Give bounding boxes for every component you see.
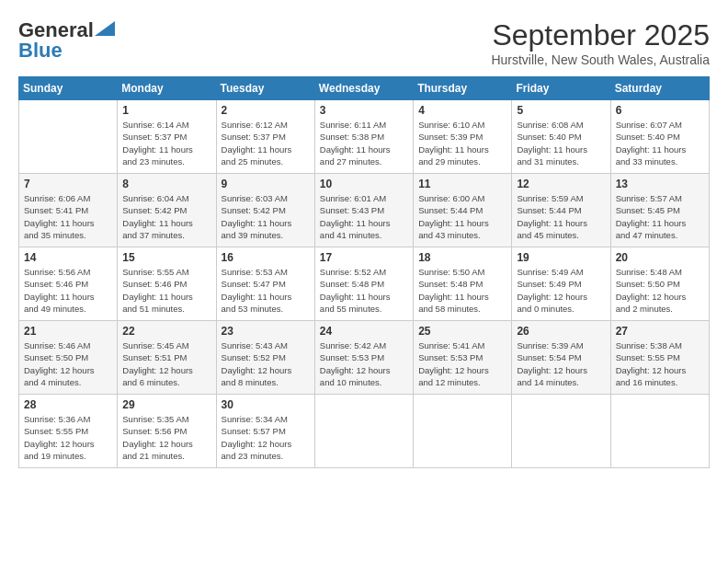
day-info: Sunrise: 5:39 AMSunset: 5:54 PMDaylight:… bbox=[517, 339, 605, 388]
day-number: 27 bbox=[616, 325, 704, 338]
calendar-cell: 24Sunrise: 5:42 AMSunset: 5:53 PMDayligh… bbox=[314, 321, 413, 395]
day-number: 25 bbox=[418, 325, 506, 338]
calendar-cell: 19Sunrise: 5:49 AMSunset: 5:49 PMDayligh… bbox=[512, 247, 610, 321]
calendar-week-5: 28Sunrise: 5:36 AMSunset: 5:55 PMDayligh… bbox=[19, 395, 710, 468]
calendar-cell: 17Sunrise: 5:52 AMSunset: 5:48 PMDayligh… bbox=[314, 247, 413, 321]
day-number: 29 bbox=[122, 398, 210, 411]
calendar-cell: 1Sunrise: 6:14 AMSunset: 5:37 PMDaylight… bbox=[118, 100, 216, 174]
calendar-cell: 6Sunrise: 6:07 AMSunset: 5:40 PMDaylight… bbox=[610, 100, 709, 174]
day-number: 14 bbox=[24, 251, 112, 264]
calendar-cell: 22Sunrise: 5:45 AMSunset: 5:51 PMDayligh… bbox=[118, 321, 216, 395]
title-block: September 2025 Hurstville, New South Wal… bbox=[491, 18, 710, 67]
calendar-cell: 13Sunrise: 5:57 AMSunset: 5:45 PMDayligh… bbox=[610, 174, 709, 247]
day-number: 12 bbox=[517, 178, 605, 190]
calendar-week-1: 1Sunrise: 6:14 AMSunset: 5:37 PMDaylight… bbox=[19, 100, 710, 174]
page-header: General Blue September 2025 Hurstville, … bbox=[18, 18, 710, 67]
day-number: 17 bbox=[320, 251, 408, 264]
weekday-header-row: SundayMondayTuesdayWednesdayThursdayFrid… bbox=[19, 77, 710, 100]
day-info: Sunrise: 6:14 AMSunset: 5:37 PMDaylight:… bbox=[122, 119, 210, 167]
day-info: Sunrise: 5:38 AMSunset: 5:55 PMDaylight:… bbox=[616, 339, 704, 388]
day-info: Sunrise: 5:49 AMSunset: 5:49 PMDaylight:… bbox=[517, 266, 605, 315]
day-number: 26 bbox=[517, 325, 605, 338]
day-info: Sunrise: 6:01 AMSunset: 5:43 PMDaylight:… bbox=[320, 192, 408, 241]
day-info: Sunrise: 6:11 AMSunset: 5:38 PMDaylight:… bbox=[320, 119, 408, 167]
calendar-cell bbox=[414, 395, 512, 468]
calendar-cell: 20Sunrise: 5:48 AMSunset: 5:50 PMDayligh… bbox=[610, 247, 709, 321]
weekday-wednesday: Wednesday bbox=[314, 77, 413, 100]
day-info: Sunrise: 6:00 AMSunset: 5:44 PMDaylight:… bbox=[418, 192, 506, 241]
calendar-cell bbox=[512, 395, 610, 468]
weekday-sunday: Sunday bbox=[19, 77, 118, 100]
day-info: Sunrise: 6:07 AMSunset: 5:40 PMDaylight:… bbox=[616, 119, 704, 167]
day-info: Sunrise: 5:57 AMSunset: 5:45 PMDaylight:… bbox=[616, 192, 704, 241]
calendar-cell: 7Sunrise: 6:06 AMSunset: 5:41 PMDaylight… bbox=[19, 174, 118, 247]
day-info: Sunrise: 6:03 AMSunset: 5:42 PMDaylight:… bbox=[222, 192, 310, 241]
day-number: 10 bbox=[320, 178, 408, 190]
day-info: Sunrise: 5:35 AMSunset: 5:56 PMDaylight:… bbox=[122, 413, 210, 462]
day-info: Sunrise: 5:55 AMSunset: 5:46 PMDaylight:… bbox=[122, 266, 210, 315]
weekday-saturday: Saturday bbox=[610, 77, 709, 100]
day-number: 6 bbox=[616, 104, 704, 117]
day-info: Sunrise: 5:45 AMSunset: 5:51 PMDaylight:… bbox=[122, 339, 210, 388]
calendar-cell: 10Sunrise: 6:01 AMSunset: 5:43 PMDayligh… bbox=[314, 174, 413, 247]
calendar-cell: 25Sunrise: 5:41 AMSunset: 5:53 PMDayligh… bbox=[414, 321, 512, 395]
day-number: 28 bbox=[24, 398, 112, 411]
day-number: 30 bbox=[222, 398, 310, 411]
location: Hurstville, New South Wales, Australia bbox=[491, 52, 710, 67]
calendar-body: 1Sunrise: 6:14 AMSunset: 5:37 PMDaylight… bbox=[19, 100, 710, 468]
day-number: 21 bbox=[24, 325, 112, 338]
day-number: 3 bbox=[320, 104, 408, 117]
day-number: 7 bbox=[24, 178, 112, 190]
logo-blue: Blue bbox=[18, 39, 63, 63]
day-number: 20 bbox=[616, 251, 704, 264]
day-number: 4 bbox=[418, 104, 506, 117]
day-number: 13 bbox=[616, 178, 704, 190]
day-number: 9 bbox=[222, 178, 310, 190]
day-info: Sunrise: 5:41 AMSunset: 5:53 PMDaylight:… bbox=[418, 339, 506, 388]
day-info: Sunrise: 6:08 AMSunset: 5:40 PMDaylight:… bbox=[517, 119, 605, 167]
day-number: 19 bbox=[517, 251, 605, 264]
calendar-cell: 15Sunrise: 5:55 AMSunset: 5:46 PMDayligh… bbox=[118, 247, 216, 321]
calendar-cell: 27Sunrise: 5:38 AMSunset: 5:55 PMDayligh… bbox=[610, 321, 709, 395]
logo: General Blue bbox=[18, 18, 115, 63]
day-number: 24 bbox=[320, 325, 408, 338]
calendar-cell: 30Sunrise: 5:34 AMSunset: 5:57 PMDayligh… bbox=[216, 395, 314, 468]
day-number: 22 bbox=[122, 325, 210, 338]
logo-icon bbox=[95, 21, 115, 36]
day-number: 1 bbox=[122, 104, 210, 117]
day-number: 15 bbox=[122, 251, 210, 264]
calendar-cell: 3Sunrise: 6:11 AMSunset: 5:38 PMDaylight… bbox=[314, 100, 413, 174]
calendar-cell: 21Sunrise: 5:46 AMSunset: 5:50 PMDayligh… bbox=[19, 321, 118, 395]
day-info: Sunrise: 5:42 AMSunset: 5:53 PMDaylight:… bbox=[320, 339, 408, 388]
day-info: Sunrise: 5:46 AMSunset: 5:50 PMDaylight:… bbox=[24, 339, 112, 388]
calendar-cell bbox=[610, 395, 709, 468]
day-number: 11 bbox=[418, 178, 506, 190]
weekday-friday: Friday bbox=[512, 77, 610, 100]
day-info: Sunrise: 5:53 AMSunset: 5:47 PMDaylight:… bbox=[222, 266, 310, 315]
day-info: Sunrise: 5:36 AMSunset: 5:55 PMDaylight:… bbox=[24, 413, 112, 462]
calendar-cell: 8Sunrise: 6:04 AMSunset: 5:42 PMDaylight… bbox=[118, 174, 216, 247]
weekday-monday: Monday bbox=[118, 77, 216, 100]
svg-marker-0 bbox=[95, 21, 115, 36]
day-info: Sunrise: 6:12 AMSunset: 5:37 PMDaylight:… bbox=[222, 119, 310, 167]
weekday-tuesday: Tuesday bbox=[216, 77, 314, 100]
calendar-cell: 4Sunrise: 6:10 AMSunset: 5:39 PMDaylight… bbox=[414, 100, 512, 174]
day-number: 2 bbox=[222, 104, 310, 117]
day-info: Sunrise: 5:59 AMSunset: 5:44 PMDaylight:… bbox=[517, 192, 605, 241]
month-title: September 2025 bbox=[491, 18, 710, 52]
day-number: 5 bbox=[517, 104, 605, 117]
calendar-cell: 11Sunrise: 6:00 AMSunset: 5:44 PMDayligh… bbox=[414, 174, 512, 247]
day-info: Sunrise: 5:34 AMSunset: 5:57 PMDaylight:… bbox=[222, 413, 310, 462]
calendar-cell: 14Sunrise: 5:56 AMSunset: 5:46 PMDayligh… bbox=[19, 247, 118, 321]
calendar-cell: 12Sunrise: 5:59 AMSunset: 5:44 PMDayligh… bbox=[512, 174, 610, 247]
calendar-cell: 16Sunrise: 5:53 AMSunset: 5:47 PMDayligh… bbox=[216, 247, 314, 321]
day-info: Sunrise: 5:52 AMSunset: 5:48 PMDaylight:… bbox=[320, 266, 408, 315]
calendar-cell: 23Sunrise: 5:43 AMSunset: 5:52 PMDayligh… bbox=[216, 321, 314, 395]
day-info: Sunrise: 5:50 AMSunset: 5:48 PMDaylight:… bbox=[418, 266, 506, 315]
calendar-cell: 2Sunrise: 6:12 AMSunset: 5:37 PMDaylight… bbox=[216, 100, 314, 174]
calendar-cell: 29Sunrise: 5:35 AMSunset: 5:56 PMDayligh… bbox=[118, 395, 216, 468]
calendar-cell: 28Sunrise: 5:36 AMSunset: 5:55 PMDayligh… bbox=[19, 395, 118, 468]
calendar-week-3: 14Sunrise: 5:56 AMSunset: 5:46 PMDayligh… bbox=[19, 247, 710, 321]
calendar-cell bbox=[314, 395, 413, 468]
calendar-cell bbox=[19, 100, 118, 174]
